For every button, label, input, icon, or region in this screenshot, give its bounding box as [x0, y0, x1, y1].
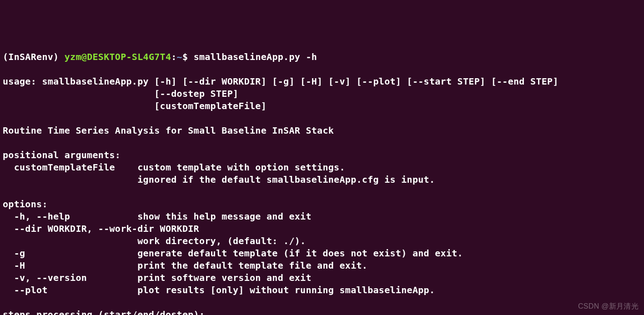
description: Routine Time Series Analysis for Small B…: [3, 125, 334, 136]
option-dir-1: --dir WORKDIR, --work-dir WORKDIR: [3, 223, 199, 234]
env-name: (InSARenv): [3, 51, 65, 62]
steps-header: steps processing (start/end/dostep):: [3, 309, 205, 315]
option-plot: --plot plot results [only] without runni…: [3, 285, 435, 295]
cwd-tilde: ~: [177, 51, 182, 62]
option-dir-2: work directory, (default: ./).: [3, 235, 306, 246]
watermark: CSDN @新月清光: [578, 301, 639, 311]
command-text: smallbaselineApp.py -h: [194, 51, 317, 62]
usage-line-2: [--dostep STEP]: [3, 88, 238, 99]
option-v: -v, --version print software version and…: [3, 272, 312, 283]
colon: :: [171, 51, 176, 62]
option-g: -g generate default template (if it does…: [3, 248, 463, 259]
options-header: options:: [3, 199, 48, 210]
usage-line-3: [customTemplateFile]: [3, 100, 267, 111]
positional-header: positional arguments:: [3, 150, 121, 160]
usage-line-1: usage: smallbaselineApp.py [-h] [--dir W…: [3, 76, 558, 87]
positional-item-2: ignored if the default smallbaselineApp.…: [3, 174, 435, 185]
prompt-line[interactable]: (InSARenv) yzm@DESKTOP-SL4G7T4:~$ smallb…: [3, 51, 641, 63]
option-help: -h, --help show this help message and ex…: [3, 211, 312, 222]
option-H: -H print the default template file and e…: [3, 260, 367, 271]
user-host: yzm@DESKTOP-SL4G7T4: [65, 51, 171, 62]
positional-item-1: customTemplateFile custom template with …: [3, 162, 345, 173]
dollar-sign: $: [182, 51, 194, 62]
